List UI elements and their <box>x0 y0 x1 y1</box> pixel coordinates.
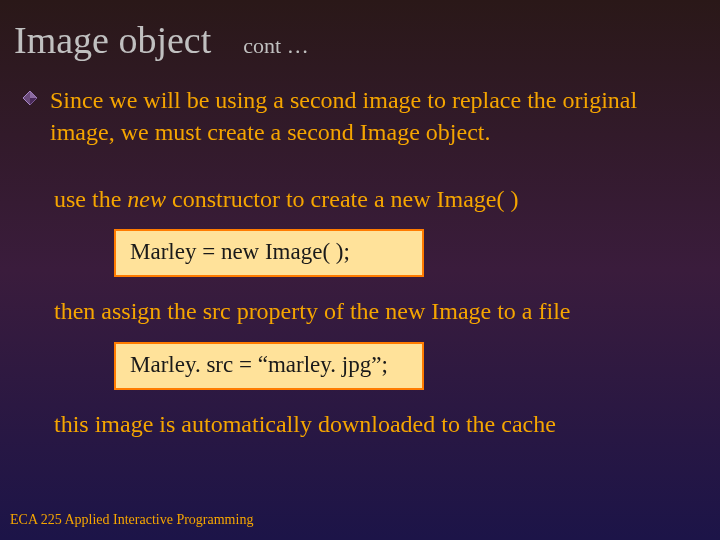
text-line-cache: this image is automatically downloaded t… <box>54 408 680 440</box>
text-line-then: then assign the src property of the new … <box>54 295 680 327</box>
bullet-item: Since we will be using a second image to… <box>22 84 680 149</box>
code-box: Marley. src = “marley. jpg”; <box>114 342 424 390</box>
text-frag: use the <box>54 186 127 212</box>
slide-title: Image object <box>14 18 211 62</box>
bullet-text: Since we will be using a second image to… <box>50 84 680 149</box>
text-line-use: use the new constructor to create a new … <box>54 183 680 215</box>
text-frag: constructor to create a new Image( ) <box>166 186 519 212</box>
slide-body: Since we will be using a second image to… <box>0 62 720 440</box>
slide-footer: ECA 225 Applied Interactive Programming <box>10 512 253 528</box>
diamond-bullet-icon <box>22 90 38 110</box>
title-row: Image object cont … <box>0 0 720 62</box>
code-box: Marley = new Image( ); <box>114 229 424 277</box>
text-frag-italic: new <box>127 186 166 212</box>
slide-subtitle: cont … <box>243 33 308 59</box>
